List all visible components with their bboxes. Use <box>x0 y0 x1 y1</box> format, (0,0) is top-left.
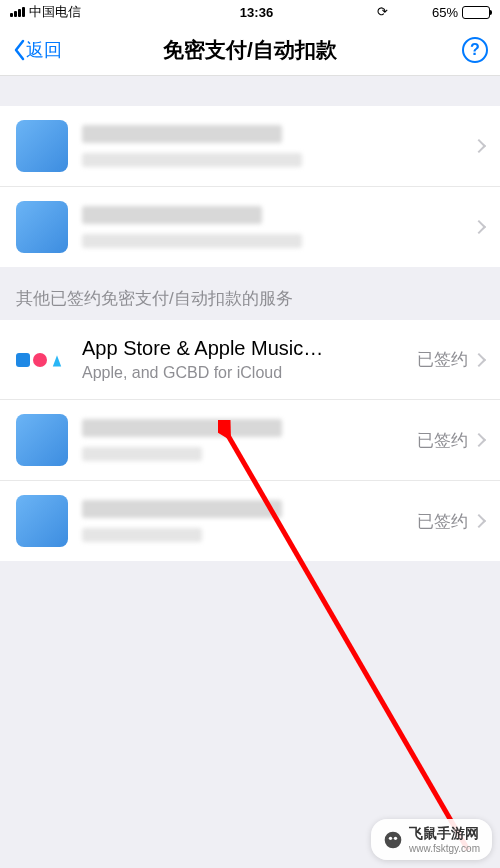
clock: 13:36 <box>240 5 273 20</box>
signal-icon <box>10 7 25 17</box>
list-item[interactable]: 已签约 <box>0 481 500 561</box>
app-icon <box>16 201 68 253</box>
list-item-appstore[interactable]: App Store & Apple Music… Apple, and GCBD… <box>0 320 500 400</box>
apple-services-icon <box>16 353 68 367</box>
section-header: 其他已签约免密支付/自动扣款的服务 <box>0 267 500 320</box>
item-content <box>82 500 417 542</box>
status-right: ⟳ 65% <box>432 5 490 20</box>
status-badge: 已签约 <box>417 429 468 452</box>
help-button[interactable]: ? <box>462 37 488 63</box>
watermark: 飞鼠手游网 www.fsktgy.com <box>371 819 492 860</box>
back-button[interactable]: 返回 <box>12 38 62 62</box>
status-bar: 中国电信 13:36 ⟳ 65% <box>0 0 500 24</box>
item-content: App Store & Apple Music… Apple, and GCBD… <box>82 337 417 382</box>
chevron-left-icon <box>12 39 26 61</box>
nav-bar: 返回 免密支付/自动扣款 ? <box>0 24 500 76</box>
chevron-right-icon <box>472 220 486 234</box>
orientation-lock-icon: ⟳ <box>376 5 388 17</box>
watermark-url: www.fsktgy.com <box>409 843 480 854</box>
list-item[interactable] <box>0 187 500 267</box>
app-icon <box>16 495 68 547</box>
chevron-right-icon <box>472 139 486 153</box>
page-title: 免密支付/自动扣款 <box>163 36 337 64</box>
item-title: App Store & Apple Music… <box>82 337 417 360</box>
status-badge: 已签约 <box>417 510 468 533</box>
status-badge: 已签约 <box>417 348 468 371</box>
watermark-logo-icon <box>383 830 403 850</box>
svg-point-3 <box>394 836 397 839</box>
help-icon: ? <box>462 37 488 63</box>
list-signed: App Store & Apple Music… Apple, and GCBD… <box>0 320 500 561</box>
chevron-right-icon <box>472 514 486 528</box>
back-label: 返回 <box>26 38 62 62</box>
watermark-brand: 飞鼠手游网 <box>409 825 480 843</box>
battery-percent: 65% <box>432 5 458 20</box>
svg-point-1 <box>385 831 402 848</box>
chevron-right-icon <box>472 352 486 366</box>
item-content <box>82 206 474 248</box>
list-item[interactable] <box>0 106 500 187</box>
chevron-right-icon <box>472 433 486 447</box>
item-content <box>82 125 474 167</box>
item-content <box>82 419 417 461</box>
app-icon <box>16 120 68 172</box>
app-icon <box>16 414 68 466</box>
carrier-label: 中国电信 <box>29 3 81 21</box>
battery-icon <box>462 6 490 19</box>
svg-point-2 <box>389 836 392 839</box>
list-item[interactable]: 已签约 <box>0 400 500 481</box>
list-primary <box>0 106 500 267</box>
status-left: 中国电信 <box>10 3 81 21</box>
item-subtitle: Apple, and GCBD for iCloud <box>82 364 417 382</box>
